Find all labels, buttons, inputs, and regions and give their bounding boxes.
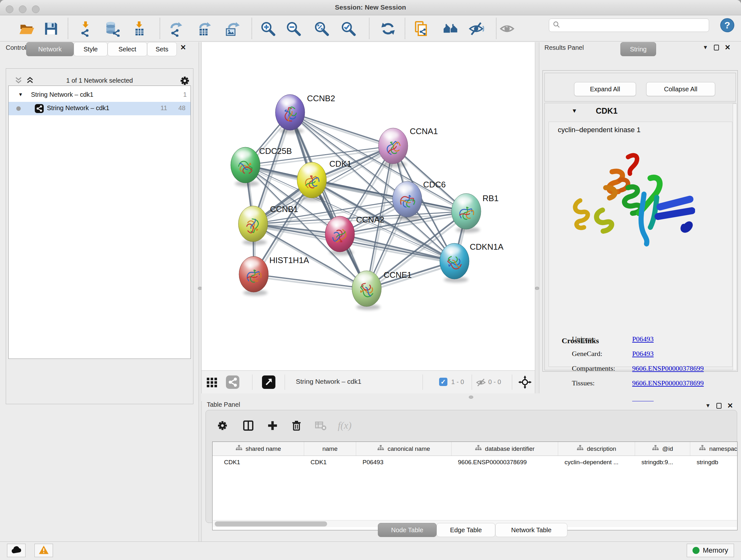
network-overview-icon[interactable] <box>442 20 460 38</box>
node-CDK1[interactable] <box>297 162 327 198</box>
zoom-in-icon[interactable] <box>259 20 277 38</box>
node-CCNA1[interactable] <box>379 128 408 164</box>
column-type-icon <box>235 445 243 453</box>
panel-float-icon[interactable] <box>717 403 722 409</box>
network-view[interactable]: CCNB2 CCNA1 CDC25B CDK1 CDC6 RB1 CCNB1 <box>202 42 535 370</box>
tree-expander-icon[interactable]: ▼ <box>18 91 23 97</box>
search-input[interactable] <box>561 21 701 29</box>
title-bar: Session: New Session <box>0 0 741 15</box>
delete-column-icon[interactable] <box>287 417 306 435</box>
node-CDC25B[interactable] <box>231 147 260 183</box>
tab-sets[interactable]: Sets <box>147 42 177 56</box>
gene-details: cyclin–dependent kinase 1 <box>549 122 732 367</box>
tab-network[interactable]: Network <box>26 42 74 56</box>
node-CDC6[interactable] <box>393 181 422 217</box>
tab-edge-table[interactable]: Edge Table <box>436 523 495 537</box>
column-header-canonical-name[interactable]: canonical name <box>356 442 452 455</box>
cloud-icon <box>11 546 22 555</box>
results-panel: Results Panel ▼ ✕ String Expand All Coll… <box>539 42 741 393</box>
zoom-out-icon[interactable] <box>285 20 302 38</box>
show-eye-icon[interactable] <box>498 20 516 38</box>
hide-eye-icon[interactable] <box>467 20 485 38</box>
current-network-name: String Network – cdk1 <box>296 378 361 385</box>
column-header-description[interactable]: description <box>558 442 635 455</box>
help-button[interactable]: ? <box>720 18 734 32</box>
table-hscroll-thumb[interactable] <box>215 521 327 526</box>
node-HIST1H1A[interactable] <box>239 256 268 292</box>
expand-all-button[interactable]: Expand All <box>574 82 636 96</box>
column-header-namespace[interactable]: namespace <box>690 442 738 455</box>
warnings-button[interactable] <box>35 544 53 557</box>
import-database-icon[interactable] <box>104 20 121 38</box>
selected-checkbox-icon[interactable]: ✓ <box>439 378 448 386</box>
open-in-window-icon[interactable] <box>262 375 275 390</box>
panel-close-icon[interactable]: ✕ <box>725 44 731 52</box>
node-CCNE1[interactable] <box>352 271 381 307</box>
collapse-all-button[interactable]: Collapse All <box>646 82 715 96</box>
warning-icon <box>39 545 49 556</box>
column-type-icon <box>652 445 659 453</box>
node-CCNB1[interactable] <box>239 206 268 242</box>
node-CCNB2[interactable] <box>275 95 305 130</box>
network-tree: ▼ String Network – cdk1 1 String Network… <box>8 85 191 359</box>
node-table[interactable]: shared namenamecanonical namedatabase id… <box>212 442 738 530</box>
crosslink-link[interactable]: P06493 <box>632 335 654 343</box>
results-panel-title: Results Panel <box>544 44 584 51</box>
toolbar-separator <box>496 18 496 39</box>
node-label-HIST1H1A: HIST1H1A <box>269 255 309 265</box>
crosslink-link[interactable]: 9606.ENSP00000378699 <box>632 379 704 387</box>
network-badge-icon[interactable] <box>226 375 239 390</box>
add-column-icon[interactable] <box>264 417 281 435</box>
network-view-toolbar: String Network – cdk1 ✓ 1 - 0 0 - 0 <box>202 370 535 393</box>
function-builder-disabled: f(x) <box>336 417 354 435</box>
column-header-database-identifier[interactable]: database identifier <box>452 442 558 455</box>
column-header-@id[interactable]: @id <box>635 442 690 455</box>
crosslink-label: Uniprot: <box>572 335 596 343</box>
column-header-name[interactable]: name <box>304 442 356 455</box>
crosslink-row: Uniprot: P06493 <box>545 335 736 350</box>
zoom-selected-icon[interactable] <box>340 20 357 38</box>
search-box[interactable] <box>549 18 709 32</box>
import-table-icon[interactable] <box>130 20 148 38</box>
save-session-icon[interactable] <box>42 20 60 38</box>
duplicate-network-icon[interactable] <box>412 20 430 38</box>
birdseye-grid-icon[interactable] <box>206 376 218 389</box>
zoom-fit-icon[interactable] <box>313 20 331 38</box>
import-network-icon[interactable] <box>77 20 94 38</box>
panel-close-icon[interactable]: ✕ <box>180 44 186 52</box>
node-CDKN1A[interactable] <box>440 243 469 279</box>
tree-row-network[interactable]: String Network – cdk1 11 48 <box>9 102 191 115</box>
open-session-folder-icon[interactable] <box>18 20 36 38</box>
crosslink-link[interactable]: P06493 <box>632 350 654 358</box>
right-splitter[interactable] <box>535 42 539 393</box>
section-collapse-icon[interactable]: ▼ <box>571 108 577 114</box>
export-image-icon[interactable] <box>223 20 241 38</box>
panel-close-icon[interactable]: ✕ <box>727 401 733 410</box>
cloud-button[interactable] <box>7 544 25 557</box>
refresh-icon[interactable] <box>379 20 397 38</box>
export-network-icon[interactable] <box>167 20 185 38</box>
node-CCNA2[interactable] <box>325 216 354 252</box>
results-scrollbar[interactable] <box>733 104 737 370</box>
tab-select[interactable]: Select <box>108 42 147 56</box>
tab-node-table[interactable]: Node Table <box>378 523 436 537</box>
fit-content-crosshair-icon[interactable] <box>518 375 532 390</box>
tab-string[interactable]: String <box>620 42 656 56</box>
show-columns-icon[interactable] <box>239 417 257 435</box>
tab-style[interactable]: Style <box>74 42 108 56</box>
panel-menu-icon[interactable]: ▼ <box>703 44 708 51</box>
table-settings-gear-icon[interactable] <box>213 417 231 435</box>
tree-row-collection[interactable]: ▼ String Network – cdk1 1 <box>9 88 191 102</box>
column-header-shared-name[interactable]: shared name <box>212 442 304 455</box>
crosslink-link[interactable]: 9606.ENSP00000378699 <box>632 364 704 373</box>
network-graph[interactable]: CCNB2 CCNA1 CDC25B CDK1 CDC6 RB1 CCNB1 <box>202 42 535 370</box>
node-RB1[interactable] <box>452 193 481 229</box>
panel-float-icon[interactable] <box>714 45 719 51</box>
panel-menu-icon[interactable]: ▼ <box>705 402 711 409</box>
hidden-eye-icon[interactable] <box>475 377 486 389</box>
export-table-icon[interactable] <box>195 20 213 38</box>
bottom-splitter[interactable] <box>201 393 741 401</box>
table-row[interactable]: CDK1CDK1P064939606.ENSP00000378699cyclin… <box>212 456 737 469</box>
tab-network-table[interactable]: Network Table <box>495 523 567 537</box>
memory-button[interactable]: Memory <box>687 544 734 557</box>
